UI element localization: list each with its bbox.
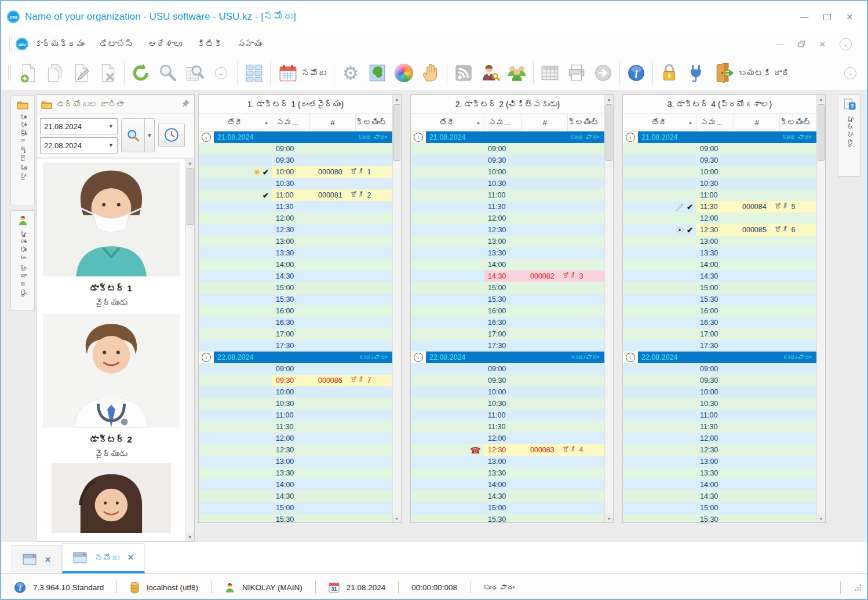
plug-button[interactable] [683, 59, 709, 87]
schedule-scrollbar[interactable]: ▲▼ [604, 95, 613, 522]
dropdown-arrow-icon[interactable]: ▼ [108, 142, 114, 148]
time-slot-row[interactable]: 14:30 [199, 491, 392, 502]
report-search-button[interactable] [181, 59, 207, 87]
time-slot-row[interactable]: 13:30 [411, 247, 604, 259]
time-slot-row[interactable]: 12:00 [411, 433, 604, 444]
time-slot-row[interactable]: 10:30 [199, 398, 392, 409]
time-slot-row[interactable]: 12:00 [623, 433, 816, 444]
table-view-button[interactable] [537, 59, 563, 87]
time-slot-row[interactable]: ✔11:00000081రోగి 2 [199, 189, 392, 201]
time-button[interactable] [158, 123, 185, 147]
time-slot-row[interactable]: 10:00 [199, 386, 392, 398]
date-row[interactable]: ↓21.08.2024బుధవారం [411, 131, 604, 143]
time-slot-row[interactable]: ✔12:30000085రోగి 6 [623, 224, 816, 236]
menu-help[interactable]: సహాయం [238, 39, 263, 49]
search-options-arrow[interactable]: ▼ [144, 119, 154, 152]
time-slot-row[interactable]: 09:30 [199, 155, 392, 166]
time-slot-row[interactable]: 10:00 [623, 166, 816, 178]
users-group-button[interactable] [504, 59, 530, 87]
time-slot-row[interactable]: 12:30 [411, 224, 604, 236]
forward-button[interactable] [590, 59, 617, 87]
time-slot-row[interactable]: 12:00 [623, 213, 816, 224]
settings-gear-icon[interactable]: ⚙ [337, 59, 364, 87]
time-slot-row[interactable]: 11:30 [411, 421, 604, 433]
add-record-button[interactable] [14, 59, 41, 87]
date-column-header[interactable]: తేదీ▲ [199, 114, 272, 131]
lock-button[interactable] [656, 59, 683, 87]
time-slot-row[interactable]: ☎12:30000083రోగి 4 [411, 444, 604, 456]
tab-close-icon[interactable]: ✕ [45, 555, 51, 564]
time-slot-row[interactable]: 14:00 [199, 259, 392, 270]
menu-program[interactable]: కార్యక్రమం [34, 39, 85, 49]
time-slot-row[interactable]: 15:30 [411, 514, 604, 522]
doctor-list-item[interactable]: డాక్టర్ 1 వైద్యుడు [37, 161, 185, 308]
time-slot-row[interactable]: 15:30 [623, 294, 816, 305]
time-slot-row[interactable]: 14:00 [623, 479, 816, 491]
time-slot-row[interactable]: 11:30 [199, 421, 392, 433]
register-view-button[interactable]: నమోదు [273, 59, 331, 87]
dropdown-arrow-icon[interactable]: ▼ [108, 123, 114, 129]
pin-icon[interactable] [182, 100, 189, 109]
client-column-header[interactable]: క్లయింట్ [780, 114, 816, 131]
tab-user-menu[interactable]: వినియోగదారు మెను [10, 96, 35, 206]
time-slot-row[interactable]: 15:00 [199, 502, 392, 514]
schedule-scrollbar[interactable]: ▲▼ [816, 95, 825, 522]
time-slot-row[interactable]: 13:00 [411, 456, 604, 467]
time-slot-row[interactable]: 16:30 [411, 317, 604, 328]
scroll-down-button[interactable]: ▼ [605, 514, 613, 522]
time-slot-row[interactable]: 13:30 [623, 247, 816, 259]
time-slot-row[interactable]: 16:30 [623, 317, 816, 328]
time-slot-row[interactable]: 10:30 [623, 398, 816, 409]
color-wheel-icon[interactable] [391, 59, 417, 87]
date-row[interactable]: ↓21.08.2024బుధవారం [199, 131, 392, 143]
menu-commands[interactable]: ఆదేశాలు [148, 39, 182, 49]
time-slot-row[interactable]: 09:30 [411, 155, 604, 166]
menu-window[interactable]: కిటికీ [197, 39, 223, 49]
time-slot-row[interactable]: 13:00 [623, 456, 816, 467]
tab-close-icon[interactable]: ✕ [127, 553, 134, 562]
time-slot-row[interactable]: 11:00 [411, 189, 604, 201]
scroll-thumb[interactable] [818, 104, 825, 161]
date-row[interactable]: ↓22.08.2024గురువారం [623, 352, 816, 363]
time-slot-row[interactable]: 14:30000082రోగి 3 [411, 270, 604, 282]
time-slot-row[interactable]: 17:30 [623, 340, 816, 352]
mdi-close-button[interactable]: ✕ [819, 40, 826, 49]
time-slot-row[interactable]: 12:30 [199, 224, 392, 236]
collapse-day-button[interactable]: ↓ [199, 352, 214, 363]
layout-tiles-button[interactable] [240, 59, 267, 87]
print-button[interactable] [563, 59, 590, 87]
schedule-scrollbar[interactable]: ▲▼ [392, 95, 401, 522]
collapse-day-button[interactable]: ↓ [411, 352, 426, 363]
doctor-list-item[interactable]: డాక్టర్ 2 వైద్యుడు [37, 312, 185, 459]
rss-feed-button[interactable] [450, 59, 477, 87]
search-button[interactable] [154, 59, 181, 87]
time-slot-row[interactable]: 09:30000086రోగి 7 [199, 375, 392, 386]
time-slot-row[interactable]: 13:00 [623, 236, 816, 247]
time-slot-row[interactable]: ✳✔10:00000080రోగి 1 [199, 166, 392, 178]
time-slot-row[interactable]: 10:30 [411, 398, 604, 409]
time-slot-row[interactable]: 17:00 [411, 328, 604, 340]
collapse-day-button[interactable]: ↓ [623, 131, 638, 143]
time-column-header[interactable]: సమ... [484, 114, 523, 131]
edit-record-button[interactable] [68, 59, 94, 87]
number-column-header[interactable]: # [310, 114, 356, 131]
refresh-button[interactable] [127, 59, 154, 87]
time-slot-row[interactable]: 17:00 [199, 328, 392, 340]
time-slot-row[interactable]: 14:30 [623, 270, 816, 282]
time-slot-row[interactable]: 12:30 [623, 444, 816, 456]
time-slot-row[interactable]: 14:30 [199, 270, 392, 282]
time-slot-row[interactable]: 09:00 [411, 143, 604, 155]
time-slot-row[interactable]: 14:00 [411, 259, 604, 270]
time-slot-row[interactable]: 09:00 [411, 363, 604, 375]
time-slot-row[interactable]: 14:00 [411, 479, 604, 491]
time-slot-row[interactable]: 11:00 [411, 409, 604, 421]
time-slot-row[interactable]: 14:30 [411, 491, 604, 502]
time-slot-row[interactable]: ✔11:30000084రోగి 5 [623, 201, 816, 213]
date-row[interactable]: ↓21.08.2024బుధవారం [623, 131, 816, 143]
time-slot-row[interactable]: 09:00 [199, 143, 392, 155]
time-slot-row[interactable]: 11:00 [623, 409, 816, 421]
info-button[interactable]: i [623, 59, 650, 87]
number-column-header[interactable]: # [522, 114, 568, 131]
time-slot-row[interactable]: 13:00 [411, 236, 604, 247]
time-slot-row[interactable]: 13:30 [199, 467, 392, 479]
